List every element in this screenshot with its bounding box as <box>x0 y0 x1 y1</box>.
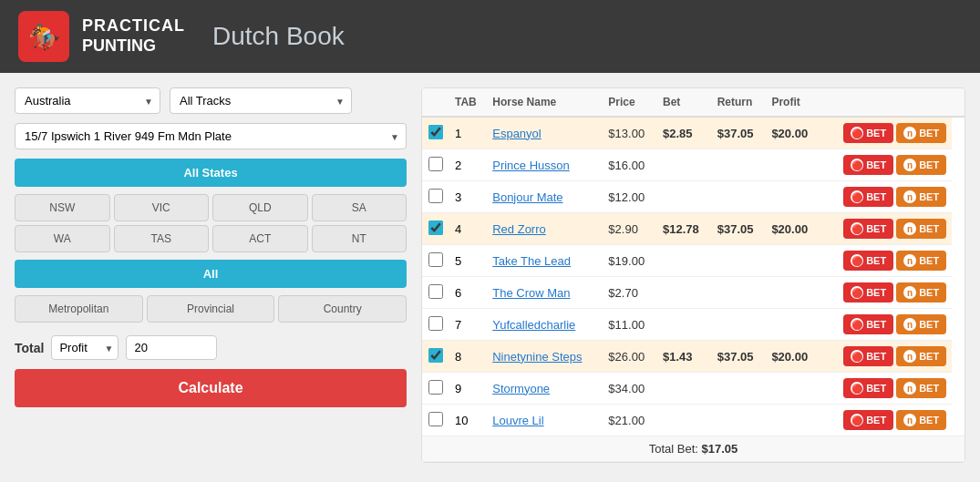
horse-return <box>712 149 767 181</box>
horse-return: $37.05 <box>712 341 767 373</box>
row-checkbox-1[interactable] <box>428 125 443 139</box>
ladbrokes-bet-button[interactable]: 🔴 BET <box>843 219 893 239</box>
row-checkbox-2[interactable] <box>428 157 443 171</box>
horse-name-link[interactable]: Louvre Lil <box>492 414 543 427</box>
neds-bet-button[interactable]: n BET <box>896 378 946 398</box>
bet-buttons: 🔴 BETn BET <box>820 181 952 213</box>
table-header-row: TAB Horse Name Price Bet Return Profit <box>422 88 965 117</box>
country-select-wrap: Australia New Zealand International ▼ <box>15 87 160 114</box>
table-row: 6The Crow Man$2.70🔴 BETn BET <box>422 277 965 309</box>
state-btn-act[interactable]: ACT <box>212 225 308 252</box>
ladbrokes-icon: 🔴 <box>851 286 863 299</box>
neds-bet-button[interactable]: n BET <box>896 410 946 430</box>
bet-buttons: 🔴 BETn BET <box>820 149 952 181</box>
neds-bet-button[interactable]: n BET <box>896 155 946 175</box>
race-select-wrap: 15/7 Ipswich 1 River 949 Fm Mdn Plate ▼ <box>15 123 407 149</box>
row-checkbox-9[interactable] <box>428 380 443 395</box>
all-button[interactable]: All <box>15 260 407 288</box>
row-checkbox-5[interactable] <box>428 252 443 267</box>
neds-icon: n <box>903 382 916 395</box>
table-row: 3Bonjour Mate$12.00🔴 BETn BET <box>422 181 965 213</box>
neds-bet-button[interactable]: n BET <box>896 187 946 207</box>
state-btn-vic[interactable]: VIC <box>114 194 210 221</box>
header: 🏇 PRACTICAL PUNTING Dutch Book <box>0 0 980 73</box>
left-panel: Australia New Zealand International ▼ Al… <box>15 87 407 463</box>
race-select[interactable]: 15/7 Ipswich 1 River 949 Fm Mdn Plate <box>15 123 407 149</box>
table-row: 4Red Zorro$2.90$12.78$37.05$20.00🔴 BETn … <box>422 213 965 245</box>
ladbrokes-bet-button[interactable]: 🔴 BET <box>843 346 893 366</box>
neds-icon: n <box>903 254 916 267</box>
ladbrokes-bet-button[interactable]: 🔴 BET <box>843 378 893 398</box>
horse-name-link[interactable]: Ninetynine Steps <box>492 350 582 364</box>
neds-icon: n <box>903 190 916 203</box>
calculate-button[interactable]: Calculate <box>15 369 407 407</box>
profit-select-wrap: Profit Return ▼ <box>51 335 119 360</box>
state-btn-sa[interactable]: SA <box>312 194 407 221</box>
ladbrokes-bet-button[interactable]: 🔴 BET <box>843 251 893 271</box>
ladbrokes-bet-button[interactable]: 🔴 BET <box>843 282 893 303</box>
horse-name-link[interactable]: Yufcalledcharlie <box>492 318 575 332</box>
horse-name-link[interactable]: Espanyol <box>492 127 541 140</box>
horse-name-link[interactable]: The Crow Man <box>492 286 570 300</box>
horse-price: $2.90 <box>603 213 657 245</box>
track-provincial-button[interactable]: Provincial <box>147 295 275 323</box>
total-bet-row: Total Bet: $17.05 <box>422 436 965 462</box>
all-states-button[interactable]: All States <box>15 159 407 187</box>
horse-name-link[interactable]: Take The Lead <box>492 254 571 268</box>
horse-name-link[interactable]: Prince Husson <box>492 159 570 172</box>
horse-price: $16.00 <box>603 149 657 181</box>
bet-buttons: 🔴 BETn BET <box>820 213 952 245</box>
neds-bet-button[interactable]: n BET <box>896 282 946 303</box>
profit-select[interactable]: Profit Return <box>51 335 119 360</box>
neds-bet-button[interactable]: n BET <box>896 251 946 271</box>
col-checkbox <box>422 88 449 117</box>
horse-price: $11.00 <box>603 309 657 341</box>
country-select[interactable]: Australia New Zealand International <box>15 87 160 114</box>
col-btn2 <box>952 88 965 117</box>
table-row: 2Prince Husson$16.00🔴 BETn BET <box>422 149 965 181</box>
row-checkbox-8[interactable] <box>428 348 443 363</box>
state-btn-wa[interactable]: WA <box>15 225 110 252</box>
row-checkbox-7[interactable] <box>428 316 443 331</box>
row-checkbox-6[interactable] <box>428 284 443 299</box>
horse-name-link[interactable]: Bonjour Mate <box>492 190 562 204</box>
track-metropolitan-button[interactable]: Metropolitan <box>15 295 143 323</box>
state-btn-nsw[interactable]: NSW <box>15 194 110 221</box>
neds-bet-button[interactable]: n BET <box>896 346 946 366</box>
state-btn-qld[interactable]: QLD <box>212 194 308 221</box>
ladbrokes-bet-button[interactable]: 🔴 BET <box>843 314 893 334</box>
ladbrokes-icon: 🔴 <box>851 190 863 203</box>
tab-number: 1 <box>449 117 487 149</box>
row-checkbox-10[interactable] <box>428 412 443 426</box>
ladbrokes-bet-button[interactable]: 🔴 BET <box>843 410 893 430</box>
horse-return <box>712 373 767 405</box>
horse-price: $34.00 <box>603 373 657 405</box>
state-btn-nt[interactable]: NT <box>312 225 407 252</box>
horse-return <box>712 277 767 309</box>
track-country-button[interactable]: Country <box>278 295 407 323</box>
horse-profit: $20.00 <box>766 341 820 373</box>
horse-profit <box>766 373 820 405</box>
horse-return: $37.05 <box>712 117 767 149</box>
bet-buttons: 🔴 BETn BET <box>820 405 952 436</box>
horse-name-link[interactable]: Red Zorro <box>492 222 546 236</box>
total-bet-value: $17.05 <box>702 442 738 456</box>
ladbrokes-icon: 🔴 <box>851 350 863 363</box>
row-checkbox-3[interactable] <box>428 189 443 203</box>
neds-bet-button[interactable]: n BET <box>896 219 946 239</box>
horse-return: $37.05 <box>712 213 767 245</box>
state-btn-tas[interactable]: TAS <box>114 225 210 252</box>
col-profit: Profit <box>766 88 820 117</box>
horse-bet <box>657 277 712 309</box>
row-checkbox-4[interactable] <box>428 220 443 235</box>
neds-bet-button[interactable]: n BET <box>896 314 946 334</box>
tracks-select[interactable]: All Tracks <box>170 87 352 114</box>
neds-bet-button[interactable]: n BET <box>896 123 946 143</box>
horse-name-link[interactable]: Stormyone <box>492 382 550 395</box>
ladbrokes-bet-button[interactable]: 🔴 BET <box>843 187 893 207</box>
ladbrokes-bet-button[interactable]: 🔴 BET <box>843 123 893 143</box>
table-row: 10Louvre Lil$21.00🔴 BETn BET <box>422 405 965 436</box>
ladbrokes-bet-button[interactable]: 🔴 BET <box>843 155 893 175</box>
horse-profit: $20.00 <box>766 117 820 149</box>
profit-input[interactable]: 20 <box>126 335 217 360</box>
